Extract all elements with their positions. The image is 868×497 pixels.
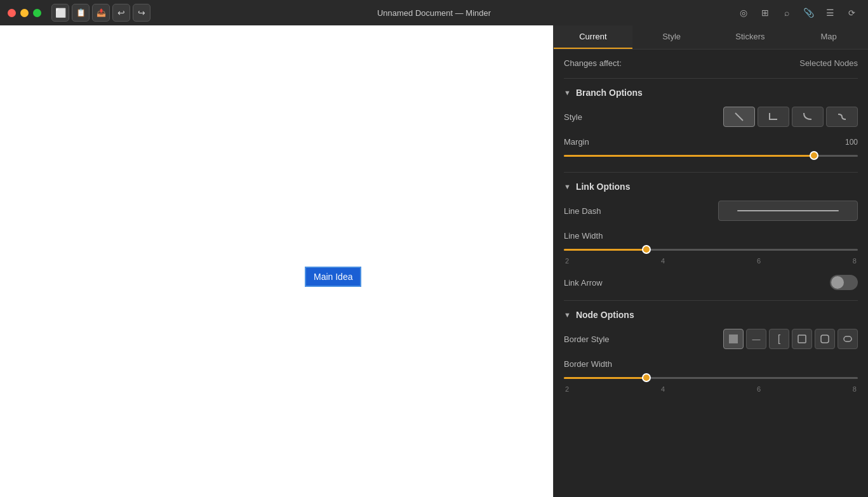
tab-style[interactable]: Style <box>632 25 711 49</box>
search-button[interactable]: ⌕ <box>778 4 796 22</box>
open-doc-button[interactable]: 📋 <box>72 4 90 22</box>
style-btn-2[interactable] <box>758 107 789 127</box>
toggle-knob <box>831 276 844 289</box>
border-width-row: Border Width 2 4 6 8 <box>564 359 858 393</box>
branch-options-chevron: ▼ <box>564 89 571 96</box>
attachment-button[interactable]: 📎 <box>799 4 817 22</box>
border-btn-square[interactable] <box>815 329 835 349</box>
panel-content: Changes affect: Selected Nodes ▼ Branch … <box>554 50 868 497</box>
panel-tabs: Current Style Stickers Map <box>554 25 868 50</box>
export-button[interactable]: 📤 <box>92 4 110 22</box>
border-bracket-icon: [ <box>778 333 780 345</box>
style-label: Style <box>564 112 627 122</box>
border-btn-pill[interactable] <box>838 329 858 349</box>
undo-button[interactable]: ↩ <box>112 4 130 22</box>
open-doc-icon: 📋 <box>76 8 86 17</box>
margin-row: Margin 100 <box>564 137 858 162</box>
line-dash-row: Line Dash <box>564 201 858 221</box>
grid-icon: ⊞ <box>761 8 769 18</box>
tab-current[interactable]: Current <box>554 25 632 49</box>
line-dash-display[interactable] <box>718 201 858 221</box>
link-arrow-toggle[interactable] <box>830 275 858 290</box>
border-btn-bracket[interactable]: [ <box>769 329 789 349</box>
border-width-ticks: 2 4 6 8 <box>564 385 858 393</box>
toolbar: ⬜ 📋 📤 ↩ ↪ <box>51 4 150 22</box>
changes-affect-label: Changes affect: <box>564 58 622 68</box>
style-control <box>627 107 858 127</box>
node-options-header[interactable]: ▼ Node Options <box>564 310 858 320</box>
tab-map[interactable]: Map <box>789 25 868 49</box>
style-btn-3[interactable] <box>792 107 824 127</box>
node-options-chevron: ▼ <box>564 311 571 319</box>
minimize-button[interactable] <box>20 9 29 17</box>
border-width-slider-container: 2 4 6 8 <box>564 371 858 393</box>
branch-style-4-icon <box>836 110 848 123</box>
border-tick-6: 6 <box>757 385 761 393</box>
branch-style-2-icon <box>767 110 780 123</box>
close-button[interactable] <box>8 9 16 17</box>
border-width-slider-wrapper <box>564 371 858 384</box>
line-dash-control <box>627 201 858 221</box>
divider-1 <box>564 78 858 79</box>
border-btn-line[interactable]: — <box>746 329 766 349</box>
border-square-icon <box>820 335 829 343</box>
tab-stickers[interactable]: Stickers <box>711 25 790 49</box>
redo-button[interactable]: ↪ <box>133 4 150 22</box>
target-icon: ◎ <box>740 8 747 18</box>
main-content: Main Idea Current Style Stickers Map Cha… <box>0 25 868 497</box>
line-width-ticks: 2 4 6 8 <box>564 257 858 265</box>
border-pill-icon <box>843 335 852 343</box>
maximize-button[interactable] <box>33 9 41 17</box>
branch-options-header[interactable]: ▼ Branch Options <box>564 88 858 98</box>
history-icon: ⟳ <box>848 8 855 18</box>
new-doc-icon: ⬜ <box>55 8 66 18</box>
link-arrow-label: Link Arrow <box>564 278 627 288</box>
border-btn-filled[interactable] <box>723 329 744 349</box>
line-width-slider-container: 2 4 6 8 <box>564 243 858 265</box>
margin-control: 100 <box>627 138 858 147</box>
node-options-title: Node Options <box>576 310 634 320</box>
main-idea-node[interactable]: Main Idea <box>305 267 361 287</box>
link-options-title: Link Options <box>576 182 631 192</box>
border-tick-4: 4 <box>661 385 665 393</box>
target-button[interactable]: ◎ <box>735 4 752 22</box>
divider-2 <box>564 172 858 173</box>
history-button[interactable]: ⟳ <box>843 4 860 22</box>
style-btn-group <box>723 107 858 127</box>
margin-value: 100 <box>845 138 858 147</box>
search-icon: ⌕ <box>784 8 789 18</box>
tick-2: 2 <box>565 257 569 265</box>
border-rounded-icon <box>798 335 806 343</box>
link-options-chevron: ▼ <box>564 183 571 190</box>
border-btn-rounded[interactable] <box>792 329 812 349</box>
canvas-area[interactable]: Main Idea <box>0 25 553 497</box>
link-arrow-row: Link Arrow <box>564 275 858 290</box>
border-line-icon: — <box>752 335 761 344</box>
link-options-header[interactable]: ▼ Link Options <box>564 182 858 192</box>
branch-style-1-icon <box>733 110 745 123</box>
redo-icon: ↪ <box>138 8 145 18</box>
titlebar: ⬜ 📋 📤 ↩ ↪ Unnamed Document — Minder ◎ ⊞ … <box>0 0 868 25</box>
border-style-control: — [ <box>627 329 858 349</box>
changes-affect-value: Selected Nodes <box>799 58 858 68</box>
right-panel: Current Style Stickers Map Changes affec… <box>553 25 868 497</box>
grid-button[interactable]: ⊞ <box>756 4 774 22</box>
line-dash-label: Line Dash <box>564 206 627 216</box>
border-style-label: Border Style <box>564 335 627 344</box>
style-btn-4[interactable] <box>826 107 858 127</box>
style-btn-1[interactable] <box>723 107 755 127</box>
undo-icon: ↩ <box>117 8 125 18</box>
new-doc-button[interactable]: ⬜ <box>51 4 69 22</box>
svg-rect-0 <box>729 335 738 343</box>
divider-3 <box>564 300 858 301</box>
titlebar-right-controls: ◎ ⊞ ⌕ 📎 ☰ ⟳ <box>735 4 860 22</box>
menu-button[interactable]: ☰ <box>821 4 839 22</box>
tick-6: 6 <box>757 257 761 265</box>
style-row: Style <box>564 107 858 127</box>
tick-4: 4 <box>661 257 665 265</box>
paperclip-icon: 📎 <box>803 8 814 18</box>
link-arrow-control <box>627 275 858 290</box>
border-btn-group: — [ <box>723 329 858 349</box>
line-width-label: Line Width <box>564 231 627 241</box>
hamburger-icon: ☰ <box>826 8 834 18</box>
